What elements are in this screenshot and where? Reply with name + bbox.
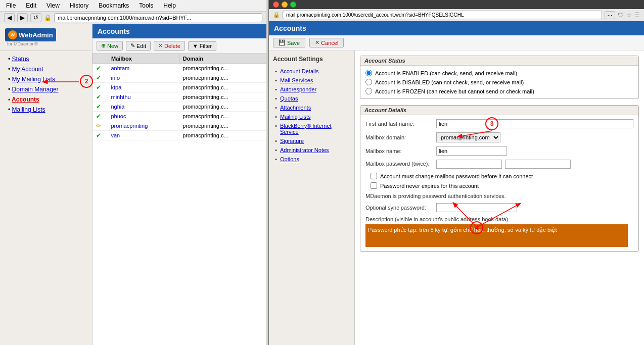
menu-bookmarks[interactable]: Bookmarks bbox=[97, 1, 131, 10]
first-last-name-input[interactable] bbox=[436, 119, 633, 128]
logo-text: WebAdmin bbox=[19, 31, 53, 39]
edit-button[interactable]: ✎ Edit bbox=[126, 41, 151, 51]
change-password-label: Account must change mailbox password bef… bbox=[380, 173, 533, 179]
sidebar: W WebAdmin for MDaemon® • Status • My Ac… bbox=[0, 24, 93, 345]
col-mailbox[interactable]: Mailbox bbox=[108, 54, 180, 64]
forward-button[interactable]: ▶ bbox=[17, 13, 28, 22]
dialog-min-btn[interactable] bbox=[282, 2, 288, 8]
filter-icon: ▼ bbox=[193, 43, 198, 49]
dialog-header: Accounts bbox=[269, 21, 644, 35]
table-row[interactable]: ✔ktpapromacprinting.c... bbox=[93, 83, 266, 92]
mailbox-password-input1[interactable] bbox=[436, 160, 502, 169]
dialog-nav-item[interactable]: •Mail Services bbox=[273, 76, 350, 85]
status-enabled-radio[interactable] bbox=[365, 70, 372, 76]
row-mailbox: promacprinting bbox=[108, 121, 180, 131]
row-status-icon: ✔ bbox=[93, 64, 108, 73]
url-bar-left[interactable] bbox=[54, 13, 262, 22]
change-password-checkbox[interactable] bbox=[371, 173, 377, 179]
menu-history[interactable]: History bbox=[68, 1, 90, 10]
table-row[interactable]: ✔minhthupromacprinting.c... bbox=[93, 92, 266, 102]
col-domain: Domain bbox=[179, 54, 266, 64]
mailbox-name-input[interactable] bbox=[436, 146, 507, 156]
reload-button[interactable]: ↺ bbox=[30, 13, 41, 22]
status-checkmark-icon: ✔ bbox=[96, 84, 101, 91]
sidebar-item-domainmanager[interactable]: • Domain Manager bbox=[0, 84, 92, 94]
row-mailbox: info bbox=[108, 73, 180, 83]
table-row[interactable]: ✏promacprintingpromacprinting.c... bbox=[93, 121, 266, 131]
sidebar-item-status[interactable]: • Status bbox=[0, 54, 92, 64]
row-domain: promacprinting.c... bbox=[179, 102, 266, 112]
status-checkmark-icon: ✔ bbox=[96, 103, 101, 110]
dialog-nav-item[interactable]: •Options bbox=[273, 155, 350, 164]
row-mailbox: ktpa bbox=[108, 83, 180, 92]
row-mailbox: minhthu bbox=[108, 92, 180, 102]
row-domain: promacprinting.c... bbox=[179, 73, 266, 83]
hamburger-icon[interactable]: ☰ bbox=[634, 12, 640, 19]
table-row[interactable]: ✔nghiapromacprinting.c... bbox=[93, 102, 266, 112]
dialog-body: Account Settings •Account Details•Mail S… bbox=[269, 51, 644, 345]
sidebar-item-mailinglists2[interactable]: • Mailing Lists bbox=[0, 105, 92, 115]
back-button[interactable]: ◀ bbox=[4, 13, 15, 22]
accounts-panel-header: Accounts bbox=[93, 24, 266, 38]
dialog-close-btn[interactable] bbox=[273, 2, 279, 8]
table-row[interactable]: ✔phuocpromacprinting.c... bbox=[93, 112, 266, 121]
mailbox-name-row: Mailbox name: bbox=[365, 146, 633, 156]
save-icon: 💾 bbox=[279, 39, 286, 46]
account-status-title: Account Status bbox=[360, 56, 638, 66]
menu-help[interactable]: Help bbox=[161, 1, 178, 10]
status-disabled-radio[interactable] bbox=[365, 79, 372, 85]
table-row[interactable]: ✔anhtampromacprinting.c... bbox=[93, 64, 266, 73]
row-domain: promacprinting.c... bbox=[179, 131, 266, 140]
dialog-nav-item[interactable]: •Autoresponder bbox=[273, 85, 350, 94]
sidebar-item-accounts[interactable]: • Accounts bbox=[0, 94, 92, 105]
mailbox-domain-select[interactable]: promacprinting.com bbox=[436, 132, 500, 142]
filter-button[interactable]: ▼ Filter bbox=[188, 41, 216, 51]
delete-button[interactable]: ✕ Delete bbox=[154, 41, 185, 51]
mailbox-domain-label: Mailbox domain: bbox=[365, 134, 436, 140]
save-button[interactable]: 💾 Save bbox=[273, 38, 305, 47]
sidebar-item-myaccount[interactable]: • My Account bbox=[0, 64, 92, 74]
security-shield-icon: 🔒 bbox=[273, 12, 280, 18]
dialog-nav-item[interactable]: •Account Details bbox=[273, 67, 350, 76]
menu-tools[interactable]: Tools bbox=[137, 1, 155, 10]
description-label: Description (visible in account's public… bbox=[365, 216, 633, 222]
row-mailbox: anhtam bbox=[108, 64, 180, 73]
dialog-nav-item[interactable]: •Mailing Lists bbox=[273, 112, 350, 121]
dialog-toolbar: 💾 Save ✕ Cancel bbox=[269, 35, 644, 51]
first-last-name-label: First and last name: bbox=[365, 121, 436, 127]
row-mailbox: nghia bbox=[108, 102, 180, 112]
checkbox2-row: Password never expires for this account bbox=[371, 182, 633, 189]
dialog-max-btn[interactable] bbox=[290, 2, 296, 8]
menu-file[interactable]: File bbox=[4, 1, 18, 10]
cancel-button[interactable]: ✕ Cancel bbox=[309, 38, 344, 47]
sidebar-item-mailinglists[interactable]: • My Mailing Lists bbox=[0, 74, 92, 84]
browser-nav-bar: ◀ ▶ ↺ 🔒 bbox=[0, 12, 266, 24]
edit-dialog: 🔒 ··· 🛡 ☆ ☰ Accounts 💾 Save ✕ Cancel bbox=[268, 0, 644, 345]
optional-sync-input[interactable] bbox=[436, 203, 517, 212]
optional-sync-label: Optional sync password: bbox=[365, 205, 436, 211]
mailbox-password-row: Mailbox password (twice): bbox=[365, 160, 633, 169]
table-row[interactable]: ✔vanpromacprinting.c... bbox=[93, 131, 266, 140]
status-frozen-radio[interactable] bbox=[365, 88, 372, 94]
col-status bbox=[93, 54, 108, 64]
accounts-panel: Accounts ⊕ New ✎ Edit ✕ Delete bbox=[93, 24, 266, 345]
password-never-expires-checkbox[interactable] bbox=[371, 182, 377, 189]
dialog-nav-item[interactable]: •Signature bbox=[273, 136, 350, 145]
mailbox-name-label: Mailbox name: bbox=[365, 148, 436, 154]
menu-view[interactable]: View bbox=[44, 1, 62, 10]
dialog-nav-dots[interactable]: ··· bbox=[605, 11, 615, 19]
account-status-section: Account Status Account is ENABLED (can c… bbox=[360, 56, 639, 99]
dialog-nav-item[interactable]: •Administrator Notes bbox=[273, 145, 350, 155]
dialog-nav-item[interactable]: •Quotas bbox=[273, 94, 350, 103]
url-bar-right[interactable] bbox=[283, 11, 602, 19]
menu-edit[interactable]: Edit bbox=[24, 1, 38, 10]
account-details-section: Account Details First and last name: Mai… bbox=[360, 105, 639, 252]
logo-area: W WebAdmin for MDaemon® bbox=[0, 24, 92, 51]
status-disabled-label: Account is DISABLED (can not check, send… bbox=[375, 79, 524, 85]
dialog-nav-item[interactable]: •Attachments bbox=[273, 103, 350, 112]
dialog-nav-item[interactable]: •BlackBerry® Internet Service bbox=[273, 121, 350, 136]
table-row[interactable]: ✔infopromacprinting.c... bbox=[93, 73, 266, 83]
new-button[interactable]: ⊕ New bbox=[97, 41, 123, 51]
mailbox-password-input2[interactable] bbox=[505, 160, 571, 169]
dialog-nav-section-title: Account Settings bbox=[273, 56, 350, 63]
